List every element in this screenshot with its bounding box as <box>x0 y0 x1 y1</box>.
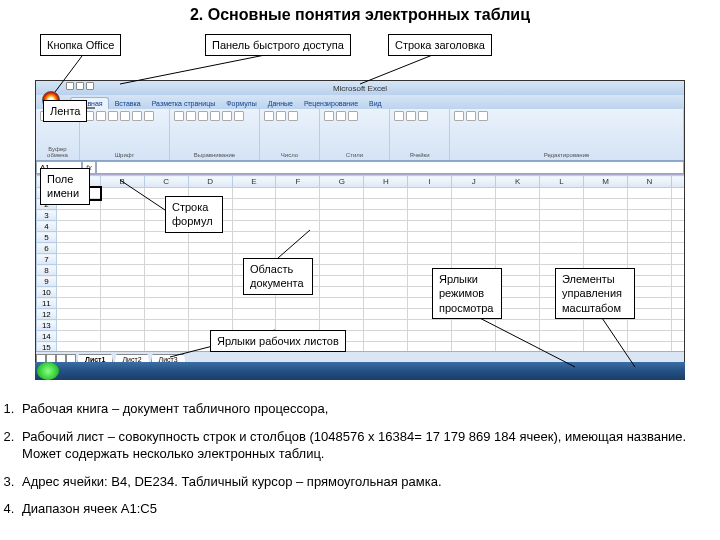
cell[interactable] <box>144 276 188 287</box>
cell[interactable] <box>100 254 144 265</box>
cell[interactable] <box>56 254 100 265</box>
cell[interactable] <box>584 221 628 232</box>
cell[interactable] <box>452 254 496 265</box>
cell[interactable] <box>584 199 628 210</box>
col-header[interactable]: O <box>671 176 684 188</box>
cell[interactable] <box>232 199 276 210</box>
group-styles[interactable]: Стили <box>320 109 390 160</box>
cell[interactable] <box>276 188 320 199</box>
cell[interactable] <box>320 287 364 298</box>
cell[interactable] <box>540 199 584 210</box>
cell[interactable] <box>496 254 540 265</box>
cell[interactable] <box>144 320 188 331</box>
cell[interactable] <box>496 320 540 331</box>
cell[interactable] <box>364 320 408 331</box>
cell[interactable] <box>100 309 144 320</box>
cell[interactable] <box>100 298 144 309</box>
cell[interactable] <box>144 265 188 276</box>
cell[interactable] <box>452 320 496 331</box>
tab-insert[interactable]: Вставка <box>110 98 146 109</box>
col-header[interactable]: F <box>276 176 320 188</box>
cell[interactable] <box>408 188 452 199</box>
cell[interactable] <box>100 232 144 243</box>
cell[interactable] <box>320 265 364 276</box>
row-header[interactable]: 3 <box>37 210 57 221</box>
row-header[interactable]: 13 <box>37 320 57 331</box>
cell[interactable] <box>320 199 364 210</box>
cell[interactable] <box>100 188 144 199</box>
cell[interactable] <box>232 243 276 254</box>
cell[interactable] <box>364 309 408 320</box>
cell[interactable] <box>496 243 540 254</box>
cell[interactable] <box>56 232 100 243</box>
cell[interactable] <box>276 243 320 254</box>
windows-taskbar[interactable] <box>35 362 685 380</box>
cell[interactable] <box>100 287 144 298</box>
cell[interactable] <box>56 265 100 276</box>
cell[interactable] <box>627 331 671 342</box>
cell[interactable] <box>452 188 496 199</box>
cell[interactable] <box>452 221 496 232</box>
row-header[interactable]: 12 <box>37 309 57 320</box>
cell[interactable] <box>496 287 540 298</box>
cell[interactable] <box>188 298 232 309</box>
cell[interactable] <box>320 276 364 287</box>
cell[interactable] <box>364 243 408 254</box>
cell[interactable] <box>144 309 188 320</box>
cell[interactable] <box>408 221 452 232</box>
cell[interactable] <box>232 232 276 243</box>
cell[interactable] <box>452 232 496 243</box>
col-header[interactable]: J <box>452 176 496 188</box>
cell[interactable] <box>320 320 364 331</box>
spreadsheet-grid[interactable]: ABCDEFGHIJKLMNO 123456789101112131415 <box>36 175 684 353</box>
group-editing[interactable]: Редактирование <box>450 109 684 160</box>
col-header[interactable]: H <box>364 176 408 188</box>
cell[interactable] <box>188 254 232 265</box>
cell[interactable] <box>100 276 144 287</box>
cell[interactable] <box>408 199 452 210</box>
cell[interactable] <box>100 210 144 221</box>
cell[interactable] <box>364 232 408 243</box>
cell[interactable] <box>452 243 496 254</box>
cell[interactable] <box>540 331 584 342</box>
cell[interactable] <box>56 287 100 298</box>
tab-data[interactable]: Данные <box>263 98 298 109</box>
cell[interactable] <box>671 320 684 331</box>
cell[interactable] <box>232 309 276 320</box>
cell[interactable] <box>627 199 671 210</box>
cell[interactable] <box>56 210 100 221</box>
cell[interactable] <box>540 243 584 254</box>
cell[interactable] <box>408 331 452 342</box>
cell[interactable] <box>671 287 684 298</box>
cell[interactable] <box>671 298 684 309</box>
cell[interactable] <box>584 188 628 199</box>
start-button[interactable] <box>37 362 59 380</box>
qat-save-icon[interactable] <box>66 82 74 90</box>
cell[interactable] <box>671 331 684 342</box>
tab-view[interactable]: Вид <box>364 98 387 109</box>
cell[interactable] <box>320 298 364 309</box>
cell[interactable] <box>56 298 100 309</box>
cell[interactable] <box>276 298 320 309</box>
worksheet-area[interactable]: ABCDEFGHIJKLMNO 123456789101112131415 <box>36 175 684 359</box>
qat-redo-icon[interactable] <box>86 82 94 90</box>
cell[interactable] <box>408 254 452 265</box>
cell[interactable] <box>671 243 684 254</box>
cell[interactable] <box>671 276 684 287</box>
cell[interactable] <box>496 232 540 243</box>
quick-access-toolbar[interactable] <box>66 82 94 90</box>
cell[interactable] <box>188 232 232 243</box>
cell[interactable] <box>540 210 584 221</box>
tab-review[interactable]: Рецензирование <box>299 98 363 109</box>
cell[interactable] <box>56 320 100 331</box>
cell[interactable] <box>364 331 408 342</box>
cell[interactable] <box>56 276 100 287</box>
cell[interactable] <box>671 232 684 243</box>
group-alignment[interactable]: Выравнивание <box>170 109 260 160</box>
cell[interactable] <box>276 210 320 221</box>
cell[interactable] <box>144 287 188 298</box>
row-header[interactable]: 4 <box>37 221 57 232</box>
cell[interactable] <box>276 199 320 210</box>
cell[interactable] <box>100 243 144 254</box>
cell[interactable] <box>408 320 452 331</box>
